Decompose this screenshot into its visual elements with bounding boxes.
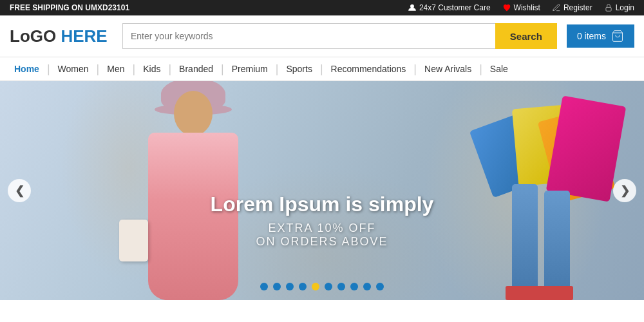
- cart-items-count: 0 items: [577, 31, 606, 41]
- nav-item-men[interactable]: Men: [99, 57, 132, 80]
- main-nav: Home | Women | Men | Kids | Branded | Pr…: [0, 57, 644, 81]
- dot-3[interactable]: [286, 283, 294, 290]
- shoe-left: [506, 286, 541, 300]
- leg-right: [544, 191, 570, 300]
- pen-icon: [552, 3, 561, 12]
- hero-legs-figure: [502, 171, 592, 300]
- search-bar: Search: [122, 23, 557, 49]
- nav-item-recommendations[interactable]: Recommendations: [323, 57, 414, 80]
- leg-left: [512, 184, 538, 300]
- login-link[interactable]: Login: [604, 3, 634, 12]
- customer-care[interactable]: 24x7 Customer Care: [408, 3, 491, 12]
- lock-icon: [604, 3, 613, 12]
- svg-rect-1: [606, 7, 611, 11]
- top-bar-right: 24x7 Customer Care Wishlist Register Log…: [408, 3, 634, 12]
- hero-next-arrow[interactable]: ❯: [613, 179, 636, 202]
- cart-icon: [611, 30, 624, 43]
- hero-title: Lorem Ipsum is simply: [161, 193, 483, 216]
- wishlist-link[interactable]: Wishlist: [502, 3, 540, 12]
- hero-subtitle: EXTRA 10% OFF ON ORDERS ABOVE: [161, 222, 483, 249]
- hero-prev-arrow[interactable]: ❮: [8, 179, 31, 202]
- nav-item-premium[interactable]: Premium: [224, 57, 276, 80]
- header: LoGO HERE Search 0 items: [0, 15, 644, 57]
- heart-icon: [502, 3, 511, 12]
- logo-text-go: GO: [30, 26, 56, 46]
- search-input[interactable]: [122, 23, 495, 49]
- hero-text-block: Lorem Ipsum is simply EXTRA 10% OFF ON O…: [161, 193, 483, 249]
- dot-5[interactable]: [312, 283, 319, 290]
- dot-8[interactable]: [350, 283, 358, 290]
- woman-head: [174, 91, 213, 136]
- dot-6[interactable]: [325, 283, 332, 290]
- dot-7[interactable]: [337, 283, 345, 290]
- shoe-right: [538, 286, 573, 300]
- logo: LoGO HERE: [10, 26, 113, 46]
- dot-4[interactable]: [299, 283, 307, 290]
- hero-banner: Lorem Ipsum is simply EXTRA 10% OFF ON O…: [0, 81, 644, 300]
- dot-2[interactable]: [273, 283, 281, 290]
- dot-10[interactable]: [376, 283, 384, 290]
- woman-handbag: [119, 220, 148, 261]
- nav-item-new-arrivals[interactable]: New Arivals: [417, 57, 479, 80]
- search-button[interactable]: Search: [495, 23, 557, 49]
- logo-text-lo: Lo: [10, 26, 30, 46]
- nav-item-women[interactable]: Women: [50, 57, 97, 80]
- person-icon: [408, 3, 417, 12]
- dot-9[interactable]: [363, 283, 371, 290]
- shipping-text: FREE SHIPPING ON UMXD23101: [10, 3, 129, 12]
- nav-item-sale[interactable]: Sale: [482, 57, 516, 80]
- nav-item-kids[interactable]: Kids: [135, 57, 168, 80]
- cart-button[interactable]: 0 items: [567, 24, 634, 48]
- nav-item-sports[interactable]: Sports: [278, 57, 319, 80]
- register-link[interactable]: Register: [552, 3, 592, 12]
- nav-item-home[interactable]: Home: [6, 57, 47, 80]
- hero-dots: [260, 283, 384, 290]
- nav-item-branded[interactable]: Branded: [171, 57, 221, 80]
- logo-text-here: HERE: [56, 26, 107, 46]
- svg-point-0: [410, 5, 414, 8]
- top-bar: FREE SHIPPING ON UMXD23101 24x7 Customer…: [0, 0, 644, 15]
- dot-1[interactable]: [260, 283, 268, 290]
